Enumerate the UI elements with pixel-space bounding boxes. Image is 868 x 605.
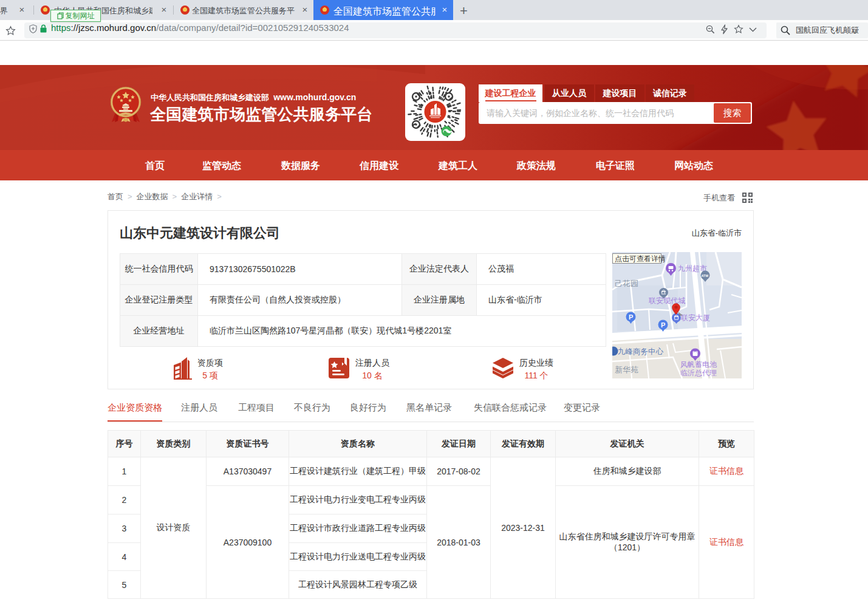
svg-text:临沂总代理: 临沂总代理 xyxy=(680,369,717,377)
svg-text:九峰商务中心: 九峰商务中心 xyxy=(618,347,664,356)
svg-text:P: P xyxy=(629,313,633,321)
svg-text:新华苑: 新华苑 xyxy=(615,365,638,374)
svg-text:联安现代城: 联安现代城 xyxy=(648,296,685,305)
svg-text:己花园: 己花园 xyxy=(615,279,638,288)
svg-text:风帆蓄电池: 风帆蓄电池 xyxy=(680,360,717,369)
svg-text:P: P xyxy=(661,321,665,329)
svg-text:ATM: ATM xyxy=(702,274,709,278)
svg-text:联安大厦: 联安大厦 xyxy=(680,313,710,322)
svg-text:点击可查看详情: 点击可查看详情 xyxy=(615,255,666,263)
